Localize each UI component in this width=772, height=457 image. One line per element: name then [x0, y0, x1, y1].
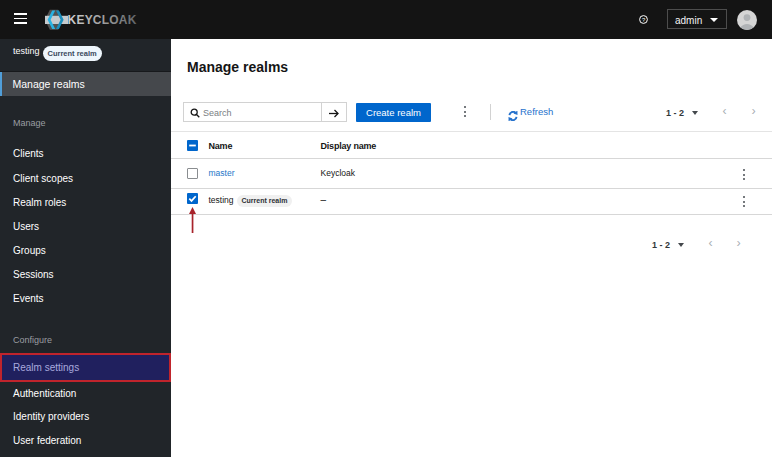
svg-text:KEYCLOAK: KEYCLOAK: [68, 13, 137, 27]
svg-text:?: ?: [642, 16, 646, 22]
